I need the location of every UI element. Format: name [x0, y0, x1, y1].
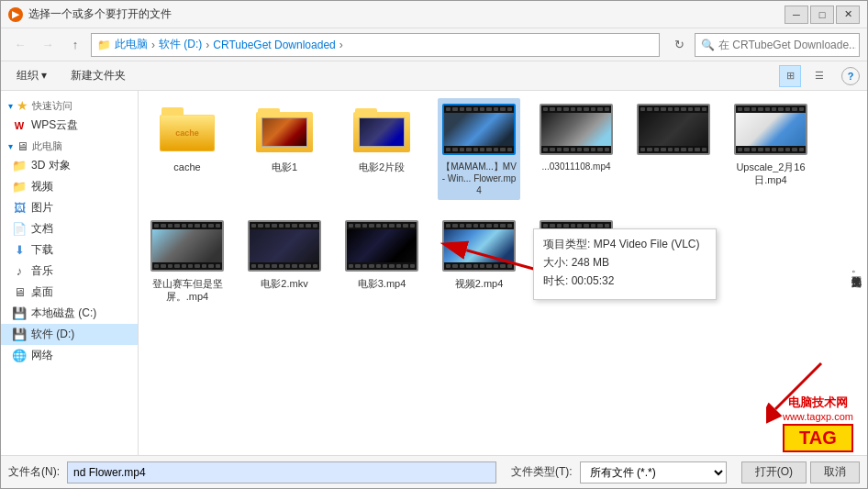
3d-icon: 📁 — [12, 159, 27, 173]
file-item-upscale[interactable]: Upscale_2月16日.mp4 — [729, 98, 812, 200]
cache-thumb: cache — [150, 102, 224, 157]
network-icon: 🌐 — [12, 349, 27, 363]
movie2-thumb — [248, 218, 321, 273]
vid2-video — [442, 220, 516, 272]
vid2-name: 视频2.mp4 — [455, 277, 504, 290]
sidebar-item-pictures[interactable]: 🖼 图片 — [1, 197, 138, 218]
search-box: 🔍 — [695, 33, 860, 57]
vid3-thumb — [540, 218, 613, 273]
music-icon: ♪ — [12, 264, 27, 279]
up-button[interactable]: ↑ — [63, 34, 87, 56]
file-item-movie1[interactable]: 电影1 — [243, 98, 326, 200]
movie2seg-thumb — [345, 102, 418, 157]
vid2-thumb — [442, 218, 516, 273]
search-icon: 🔍 — [701, 39, 715, 51]
cancel-button[interactable]: 取消 — [810, 461, 860, 483]
downloads-icon: ⬇ — [12, 243, 27, 258]
search-input[interactable] — [718, 39, 856, 51]
help-button[interactable]: ? — [841, 67, 860, 85]
sidebar-item-docs[interactable]: 📄 文档 — [1, 218, 138, 239]
sidebar-desktop-label: 桌面 — [31, 284, 53, 300]
address-bar[interactable]: 📁 此电脑 › 软件 (D:) › CRTubeGet Downloaded › — [91, 33, 660, 57]
forward-button[interactable]: → — [36, 34, 60, 56]
mamam-thumb — [442, 102, 516, 157]
filetype-select[interactable]: 所有文件 (*.*) — [580, 461, 727, 483]
refresh-button[interactable]: ↻ — [667, 34, 691, 56]
sidebar-item-3d[interactable]: 📁 3D 对象 — [1, 155, 138, 176]
sidebar-pc-label: 此电脑 — [32, 139, 62, 153]
minimize-button[interactable]: ─ — [785, 6, 808, 24]
maximize-button[interactable]: □ — [810, 6, 834, 24]
sidebar-item-desktop[interactable]: 🖥 桌面 — [1, 282, 138, 303]
sidebar-section-pc[interactable]: ▾ 🖥 此电脑 — [1, 136, 138, 155]
upscale-video — [734, 104, 807, 155]
file-item-movie2[interactable]: 电影2.mkv — [243, 215, 326, 307]
sidebar-3d-label: 3D 对象 — [31, 158, 71, 173]
file-item-v6[interactable] — [632, 98, 715, 200]
v5-thumb — [540, 102, 613, 157]
files-grid: cache cache — [146, 98, 860, 307]
movie1-thumb — [248, 102, 321, 157]
v5-video — [540, 104, 613, 155]
view-grid-button[interactable]: ⊞ — [779, 65, 801, 87]
movie3-thumb — [345, 218, 418, 273]
file-item-mamam[interactable]: 【MAMAM...】MV- Win... Flower.mp4 — [438, 98, 520, 200]
back-button[interactable]: ← — [8, 34, 32, 56]
file-item-vid3[interactable]: 视频3.mp4 — [535, 215, 618, 307]
quick-access-icon: ★ — [17, 98, 28, 113]
video-icon: 📁 — [12, 180, 27, 194]
file-item-vid2[interactable]: 视频2.mp4 — [438, 215, 520, 307]
sidebar-item-music[interactable]: ♪ 音乐 — [1, 261, 138, 282]
cdrive-icon: 💾 — [12, 306, 27, 321]
address-crumb-drive[interactable]: 软件 (D:) — [159, 37, 202, 52]
sidebar-downloads-label: 下载 — [31, 242, 53, 258]
titlebar-left: ▶ 选择一个或多个要打开的文件 — [8, 6, 172, 22]
new-folder-button[interactable]: 新建文件夹 — [62, 65, 134, 87]
file-item-v5[interactable]: ...03011108.mp4 — [535, 98, 618, 200]
organize-button[interactable]: 组织 ▾ — [8, 65, 55, 87]
sidebar: ▾ ★ 快速访问 W WPS云盘 ▾ 🖥 此电脑 📁 3D 对象 — [1, 91, 139, 455]
file-item-movie2seg[interactable]: 电影2片段 — [340, 98, 423, 200]
sidebar-item-video[interactable]: 📁 视频 — [1, 176, 138, 197]
filelist: cache cache — [139, 91, 867, 455]
address-crumb-folder[interactable]: CRTubeGet Downloaded — [213, 39, 335, 51]
sidebar-pictures-label: 图片 — [31, 200, 53, 216]
arrow-indicator-2 — [766, 354, 840, 428]
sidebar-item-network[interactable]: 🌐 网络 — [1, 345, 138, 366]
open-button[interactable]: 打开(O) — [741, 461, 807, 483]
window-title: 选择一个或多个要打开的文件 — [28, 6, 172, 22]
bottombar: 文件名(N): 文件类型(T): 所有文件 (*.*) 打开(O) 取消 — [1, 455, 867, 488]
quick-access-arrow: ▾ — [8, 101, 13, 111]
mamam-video — [442, 104, 516, 155]
address-crumb-pc[interactable]: 此电脑 — [115, 37, 148, 52]
upscale-thumb — [734, 102, 807, 157]
docs-icon: 📄 — [12, 222, 27, 237]
preview-text: 选择要预览的文件。 — [850, 268, 863, 278]
close-button[interactable]: ✕ — [836, 6, 860, 24]
action-buttons: 打开(O) 取消 — [741, 461, 860, 483]
desktop-icon: 🖥 — [12, 285, 27, 300]
sidebar-item-downloads[interactable]: ⬇ 下载 — [1, 239, 138, 261]
main-window: ▶ 选择一个或多个要打开的文件 ─ □ ✕ ← → ↑ 📁 此电脑 › 软件 (… — [0, 0, 868, 489]
view-list-button[interactable]: ☰ — [808, 65, 830, 87]
movie3-video — [345, 220, 418, 272]
sidebar-section-quick[interactable]: ▾ ★ 快速访问 — [1, 94, 138, 115]
sidebar-item-wps[interactable]: W WPS云盘 — [1, 115, 138, 136]
address-icon: 📁 — [97, 39, 111, 51]
climb-name: 登山赛车但是坚屏。.mp4 — [150, 277, 225, 304]
filename-input[interactable] — [67, 461, 496, 483]
v6-thumb — [637, 102, 710, 157]
movie1-folder-icon — [256, 106, 313, 152]
vlc-icon: ▶ — [8, 7, 23, 22]
sidebar-item-cdrive[interactable]: 💾 本地磁盘 (C:) — [1, 303, 138, 324]
vid3-name: 视频3.mp4 — [552, 277, 601, 290]
file-item-movie3[interactable]: 电影3.mp4 — [340, 215, 423, 307]
titlebar: ▶ 选择一个或多个要打开的文件 ─ □ ✕ — [1, 1, 867, 28]
pictures-icon: 🖼 — [12, 201, 27, 216]
climb-thumb — [150, 218, 224, 273]
climb-video — [150, 220, 224, 272]
sidebar-wps-label: WPS云盘 — [31, 117, 78, 133]
file-item-climb[interactable]: 登山赛车但是坚屏。.mp4 — [146, 215, 228, 307]
sidebar-item-ddrive[interactable]: 💾 软件 (D:) — [1, 324, 138, 345]
file-item-cache[interactable]: cache cache — [146, 98, 228, 200]
